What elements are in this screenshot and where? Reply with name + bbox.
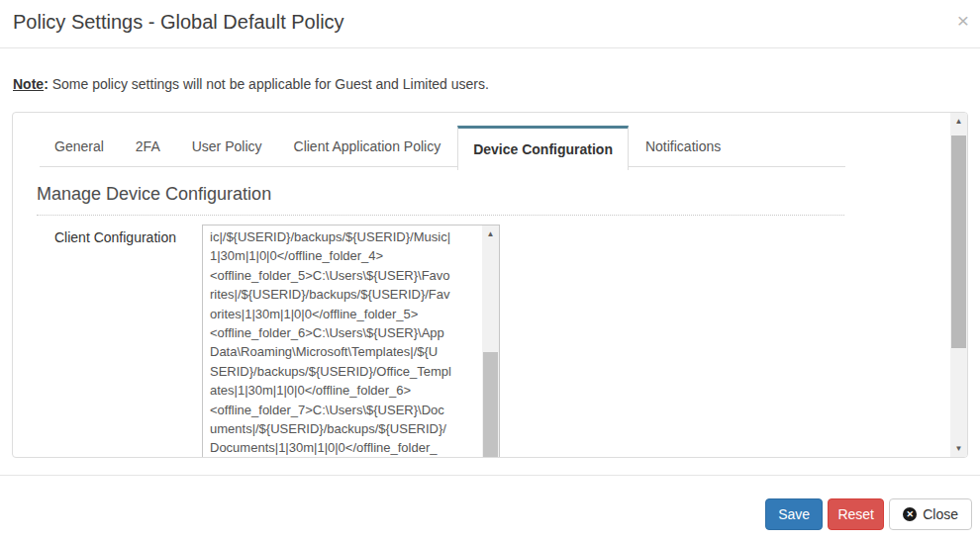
- client-configuration-label: Client Configuration: [54, 229, 176, 245]
- tab-bar: General 2FA User Policy Client Applicati…: [40, 126, 737, 170]
- scroll-up-icon[interactable]: ▲: [950, 113, 967, 130]
- note-text: Some policy settings will not be applica…: [49, 76, 489, 92]
- footer-buttons: Save Reset ✕ Close: [765, 498, 972, 530]
- footer-divider: [0, 475, 980, 476]
- tab-general[interactable]: General: [40, 126, 119, 166]
- client-configuration-value[interactable]: ic|/${USERID}/backups/${USERID}/Music| 1…: [203, 225, 482, 458]
- client-configuration-textarea[interactable]: ic|/${USERID}/backups/${USERID}/Music| 1…: [202, 225, 500, 458]
- policy-note: Note: Some policy settings will not be a…: [13, 76, 489, 92]
- policy-tabs-panel: General 2FA User Policy Client Applicati…: [12, 112, 968, 458]
- header-divider: [0, 47, 980, 48]
- reset-button[interactable]: Reset: [828, 498, 884, 530]
- policy-settings-modal: Policy Settings - Global Default Policy …: [0, 0, 980, 541]
- textarea-scrollbar-thumb[interactable]: [483, 352, 498, 458]
- tab-device-configuration[interactable]: Device Configuration: [457, 126, 629, 170]
- tab-user-policy[interactable]: User Policy: [177, 126, 277, 166]
- tab-2fa[interactable]: 2FA: [121, 126, 175, 166]
- modal-close-icon[interactable]: ×: [957, 10, 969, 31]
- note-label: Note: [13, 76, 44, 92]
- scroll-up-icon[interactable]: ▲: [482, 225, 499, 242]
- close-button-label: Close: [923, 506, 958, 522]
- save-button[interactable]: Save: [765, 498, 823, 530]
- modal-title: Policy Settings - Global Default Policy: [13, 11, 344, 34]
- heading-divider: [37, 215, 844, 216]
- close-circle-icon: ✕: [903, 507, 917, 521]
- panel-scrollbar[interactable]: ▲ ▼: [950, 113, 967, 457]
- section-heading: Manage Device Configuration: [37, 184, 271, 205]
- panel-scrollbar-thumb[interactable]: [951, 135, 966, 348]
- tab-notifications[interactable]: Notifications: [631, 126, 735, 166]
- close-button[interactable]: ✕ Close: [889, 498, 972, 530]
- scroll-down-icon[interactable]: ▼: [950, 440, 967, 457]
- tab-client-application-policy[interactable]: Client Application Policy: [279, 126, 456, 166]
- textarea-scrollbar[interactable]: ▲: [482, 225, 499, 458]
